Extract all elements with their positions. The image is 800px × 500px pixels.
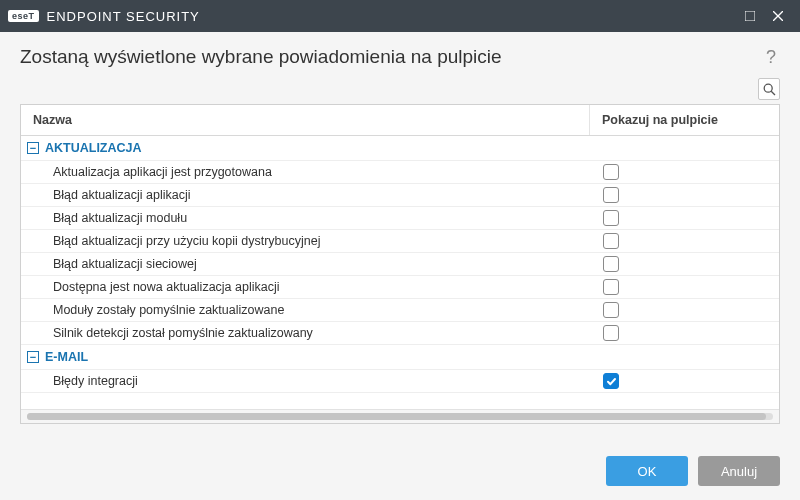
show-desktop-checkbox[interactable]: [603, 233, 619, 249]
table-row[interactable]: Dostępna jest nowa aktualizacja aplikacj…: [21, 276, 779, 299]
table-row[interactable]: Błąd aktualizacji sieciowej: [21, 253, 779, 276]
item-label: Błąd aktualizacji aplikacji: [21, 184, 589, 206]
group-label: AKTUALIZACJA: [45, 141, 142, 155]
table-row[interactable]: Błąd aktualizacji modułu: [21, 207, 779, 230]
table-row[interactable]: Moduły zostały pomyślnie zaktualizowane: [21, 299, 779, 322]
page-title: Zostaną wyświetlone wybrane powiadomieni…: [20, 46, 762, 68]
show-desktop-checkbox[interactable]: [603, 187, 619, 203]
search-icon: [763, 83, 776, 96]
item-label: Silnik detekcji został pomyślnie zaktual…: [21, 322, 589, 344]
column-header-name[interactable]: Nazwa: [21, 105, 589, 135]
collapse-icon[interactable]: −: [27, 142, 39, 154]
item-label: Aktualizacja aplikacji jest przygotowana: [21, 161, 589, 183]
item-label: Błąd aktualizacji przy użyciu kopii dyst…: [21, 230, 589, 252]
table-row[interactable]: Błąd aktualizacji przy użyciu kopii dyst…: [21, 230, 779, 253]
item-label: Moduły zostały pomyślnie zaktualizowane: [21, 299, 589, 321]
help-icon[interactable]: ?: [762, 47, 780, 68]
group-label: E-MAIL: [45, 350, 88, 364]
show-desktop-checkbox[interactable]: [603, 325, 619, 341]
table-row[interactable]: Aktualizacja aplikacji jest przygotowana: [21, 161, 779, 184]
ok-button[interactable]: OK: [606, 456, 688, 486]
minimize-icon: [745, 11, 755, 21]
table-row[interactable]: Błędy integracji: [21, 370, 779, 393]
svg-line-4: [771, 91, 775, 95]
show-desktop-checkbox[interactable]: [603, 164, 619, 180]
column-header-show[interactable]: Pokazuj na pulpicie: [589, 105, 779, 135]
table-header: Nazwa Pokazuj na pulpicie: [21, 105, 779, 136]
show-desktop-checkbox[interactable]: [603, 302, 619, 318]
notifications-panel: Nazwa Pokazuj na pulpicie −AKTUALIZACJAA…: [20, 104, 780, 424]
collapse-icon[interactable]: −: [27, 351, 39, 363]
item-label: Błędy integracji: [21, 370, 589, 392]
close-icon: [773, 11, 783, 21]
show-desktop-checkbox[interactable]: [603, 210, 619, 226]
table-body[interactable]: −AKTUALIZACJAAktualizacja aplikacji jest…: [21, 136, 779, 409]
app-title: ENDPOINT SECURITY: [47, 9, 200, 24]
show-desktop-checkbox[interactable]: [603, 373, 619, 389]
group-row[interactable]: −E-MAIL: [21, 345, 779, 370]
table-row[interactable]: Silnik detekcji został pomyślnie zaktual…: [21, 322, 779, 345]
show-desktop-checkbox[interactable]: [603, 279, 619, 295]
cancel-button[interactable]: Anuluj: [698, 456, 780, 486]
group-row[interactable]: −AKTUALIZACJA: [21, 136, 779, 161]
svg-rect-0: [745, 11, 755, 21]
brand-logo: eseT: [8, 10, 39, 22]
item-label: Błąd aktualizacji sieciowej: [21, 253, 589, 275]
show-desktop-checkbox[interactable]: [603, 256, 619, 272]
item-label: Dostępna jest nowa aktualizacja aplikacj…: [21, 276, 589, 298]
minimize-button[interactable]: [736, 0, 764, 32]
titlebar: eseT ENDPOINT SECURITY: [0, 0, 800, 32]
svg-point-3: [764, 84, 772, 92]
search-button[interactable]: [758, 78, 780, 100]
item-label: Błąd aktualizacji modułu: [21, 207, 589, 229]
horizontal-scrollbar[interactable]: [21, 409, 779, 423]
dialog-footer: OK Anuluj: [0, 442, 800, 500]
table-row[interactable]: Błąd aktualizacji aplikacji: [21, 184, 779, 207]
close-button[interactable]: [764, 0, 792, 32]
page-header: Zostaną wyświetlone wybrane powiadomieni…: [0, 32, 800, 78]
